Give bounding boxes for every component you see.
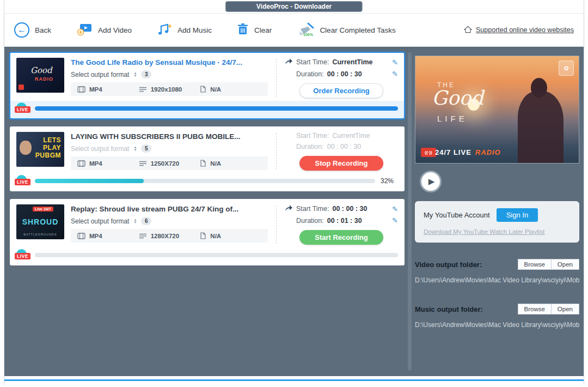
add-music-label: Add Music (177, 26, 212, 34)
order-recording-button[interactable]: Order Recording (299, 83, 383, 98)
task-title: Replay: Shroud live stream PUBG 24/7 Kin… (71, 205, 268, 213)
format-select-label: Select output format (71, 217, 129, 225)
scrollbar[interactable] (408, 52, 412, 371)
clear-button[interactable]: Clear (237, 23, 272, 38)
duration-value: 00 : 00 : 30 (327, 143, 362, 150)
output-format-select[interactable]: Select output format ▲▼ 3 (71, 70, 268, 78)
start-time-row: Start Time: CurrentTime ✎ (285, 58, 398, 66)
format-count-badge: 5 (141, 144, 151, 153)
start-time-value: CurrentTime (332, 58, 372, 66)
back-button[interactable]: ← Back (14, 22, 51, 38)
thumbnail-text: LETS PLAY PUBGM (35, 136, 61, 159)
trash-icon (237, 23, 249, 38)
duration-row: Duration: 00 : 00 : 30 ✎ (285, 70, 398, 78)
divider (276, 205, 277, 244)
thumbnail-live-badge (19, 84, 24, 90)
task-title: The Good Life Radio by Sensual Musique ·… (71, 58, 268, 66)
live-badge: LIVE (15, 102, 29, 114)
progress-bar (35, 106, 398, 111)
task-card-pubg-mobile[interactable]: LETS PLAY PUBGM LAYING WITH SUBSCRIBERS … (10, 126, 405, 191)
video-output-folder-section: Video output folder: Browse Open D:\User… (415, 259, 579, 284)
progress-row: LIVE 32% (10, 173, 405, 191)
format-info: MP4 (77, 86, 139, 93)
filesize-info: N/A (200, 86, 261, 93)
format-info: MP4 (77, 160, 139, 167)
back-label: Back (35, 26, 51, 34)
start-recording-button[interactable]: Start Recording (299, 230, 383, 245)
resolution-info: 1280X720 (139, 233, 200, 239)
output-format-select[interactable]: Select output format ▲▼ 6 (71, 217, 268, 225)
start-time-value: 00 : 00 : 30 (332, 205, 367, 213)
back-arrow-icon: ← (14, 22, 29, 38)
supported-websites-label: Supported online video websites (476, 26, 574, 34)
add-music-button[interactable]: Add Music (157, 23, 212, 38)
music-output-folder-label: Music output folder: (415, 305, 518, 313)
add-video-icon (76, 23, 93, 38)
sign-in-button[interactable]: Sign In (497, 208, 538, 222)
video-thumbnail: Live 24/7 SHROUD BATTLEGROUNDS (16, 204, 64, 239)
thumbnail-live-tag: Live 24/7 (33, 207, 53, 211)
music-browse-button[interactable]: Browse (518, 304, 552, 315)
edit-duration-icon[interactable]: ✎ (392, 216, 398, 225)
youtube-account-label: My YouTube Account (424, 211, 490, 219)
stop-recording-button[interactable]: Stop Recording (299, 156, 383, 171)
duration-label: Duration: (296, 70, 324, 78)
media-info-strip: MP4 1920x1080 N/A (71, 82, 268, 96)
video-output-folder-label: Video output folder: (415, 261, 518, 269)
start-time-row: Start Time: CurrentTime (285, 132, 398, 140)
task-list: Good RADIO The Good Life Radio by Sensua… (10, 52, 405, 371)
divider (276, 59, 277, 97)
preview-text-good: Good (432, 87, 483, 109)
live-badge: LIVE (15, 249, 29, 261)
resolution-info: 1250X720 (139, 160, 200, 167)
broom-icon: 100% (297, 22, 314, 38)
progress-row: LIVE (10, 101, 405, 119)
clear-completed-tasks-button[interactable]: 100% Clear Completed Tasks (297, 22, 395, 38)
film-icon (77, 86, 85, 93)
video-open-button[interactable]: Open (552, 259, 579, 270)
media-info-strip: MP4 1280X720 N/A (71, 229, 268, 243)
watch-later-playlist-link[interactable]: Download My YouTube Watch Later Playlist (424, 228, 544, 235)
list-icon (139, 160, 147, 167)
play-button[interactable]: ▶ (420, 171, 442, 192)
thumbnail-text: Good (30, 65, 52, 75)
video-thumbnail: LETS PLAY PUBGM (16, 132, 64, 167)
share-arrow-icon (285, 204, 293, 213)
progress-bar (35, 179, 375, 183)
progress-bar (35, 253, 398, 257)
format-count-badge: 3 (141, 70, 151, 78)
output-format-select[interactable]: Select output format ▲▼ 5 (71, 144, 268, 153)
video-preview[interactable]: THE Good LIFE ((·)) 24/7 LIVERADIO ✿ (415, 56, 579, 164)
duration-value: 00 : 00 : 30 (327, 70, 362, 78)
file-icon (200, 232, 206, 239)
task-card-shroud-replay[interactable]: Live 24/7 SHROUD BATTLEGROUNDS Replay: S… (10, 199, 405, 265)
home-icon (464, 26, 472, 35)
music-output-path: D:\Users\Andrew\Movies\Mac Video Library… (415, 321, 579, 329)
sort-arrows-icon: ▲▼ (133, 146, 137, 152)
divider (276, 133, 277, 170)
duration-row: Duration: 00 : 00 : 30 (285, 143, 398, 150)
youtube-account-box: My YouTube Account Sign In Download My Y… (415, 201, 579, 243)
side-panel: THE Good LIFE ((·)) 24/7 LIVERADIO ✿ ▶ M… (415, 52, 579, 371)
window-bottom (4, 376, 584, 385)
progress-percent-text: 32% (381, 177, 398, 185)
video-output-path: D:\Users\Andrew\Movies\Mac Video Library… (415, 276, 579, 284)
thumbnail-face (20, 141, 32, 155)
video-browse-button[interactable]: Browse (518, 259, 552, 270)
window-title: VideoProc - Downloader (225, 1, 363, 12)
sort-arrows-icon: ▲▼ (133, 72, 137, 77)
edit-duration-icon[interactable]: ✎ (392, 70, 398, 78)
format-select-label: Select output format (71, 71, 129, 78)
add-music-icon (157, 23, 172, 38)
app-window: VideoProc - Downloader ← Back Add Video … (4, 0, 584, 385)
format-select-label: Select output format (71, 145, 129, 153)
supported-websites-link[interactable]: Supported online video websites (464, 26, 574, 35)
music-open-button[interactable]: Open (552, 304, 579, 315)
duration-label: Duration: (296, 143, 324, 150)
live-label: LIVE (15, 253, 30, 259)
edit-start-time-icon[interactable]: ✎ (392, 205, 398, 213)
edit-start-time-icon[interactable]: ✎ (392, 58, 398, 66)
task-card-good-life-radio[interactable]: Good RADIO The Good Life Radio by Sensua… (10, 52, 405, 119)
add-video-button[interactable]: Add Video (76, 23, 132, 38)
duration-value: 00 : 01 : 30 (327, 217, 362, 225)
